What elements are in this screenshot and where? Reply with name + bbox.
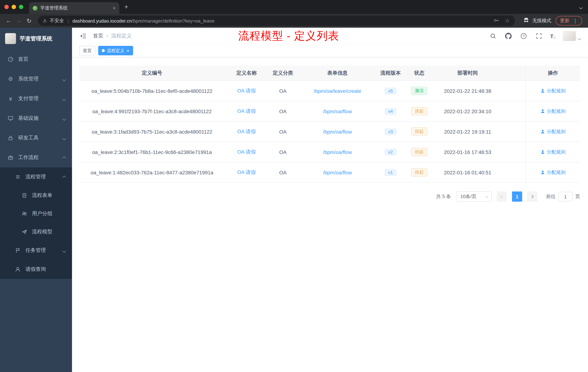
github-icon[interactable] [504,32,512,40]
form-link[interactable]: /bpm/oa/leave/create [314,88,361,94]
goto-page-input[interactable] [558,192,573,201]
search-icon[interactable] [489,32,497,40]
user-menu[interactable] [563,31,581,41]
lock-icon [7,135,14,141]
version-tag: v5 [385,88,396,94]
svg-text:?: ? [523,34,525,38]
sidebar-collapse-icon[interactable] [79,32,87,40]
current-page-button[interactable]: 1 [512,191,522,202]
cell-deploy-time: 2022-01-16 17:46:53 [435,149,500,155]
url-host: dashboard.yudao.iocoder.cn [72,18,132,23]
app-title: 芋道管理系统 [20,35,52,42]
definition-name-link[interactable]: OA 请假 [237,128,256,135]
incognito-label: 无痕模式 [532,17,551,24]
sidebar-item-leave-query[interactable]: 请假查询 [0,260,72,279]
chevron-up-icon [63,155,65,161]
next-page-button[interactable] [527,191,537,202]
sidebar-item-dev-tools[interactable]: 研发工具 [0,128,72,148]
address-bar[interactable]: ⚠ 不安全 | dashboard.yudao.iocoder.cn/bpm/m… [38,16,515,26]
assign-rule-button[interactable]: 分配规则 [540,149,566,155]
table-header-row: 定义编号 定义名称 定义分类 表单信息 流程版本 状态 部署时间 操作 [79,66,580,81]
form-link[interactable]: /bpm/oa/flow [323,129,352,134]
paper-plane-icon [21,229,28,235]
cell-category: OA [268,169,297,175]
tag-close-icon[interactable]: × [126,48,129,53]
browser-update-button[interactable]: 更新 ⋮ [556,16,582,25]
cell-deploy-time: 2022-01-16 01:40:51 [435,169,500,175]
status-badge: 挂起 [411,107,427,115]
security-label[interactable]: 不安全 [50,17,64,24]
sidebar-item-infrastructure[interactable]: 基础设施 [0,109,72,128]
sidebar-item-payment[interactable]: ¥ 支付管理 [0,89,72,109]
back-button[interactable]: ← [4,16,14,26]
tab-search-icon[interactable] [580,4,582,10]
sidebar-item-task-management[interactable]: 任务管理 [0,241,72,260]
flag-icon [15,247,21,254]
sidebar-item-process-management[interactable]: 流程管理 [0,167,72,186]
tag-home[interactable]: 首页 [79,46,95,55]
definition-name-link[interactable]: OA 请假 [237,88,256,94]
assign-rule-button[interactable]: 分配规则 [540,128,566,135]
definition-name-link[interactable]: OA 请假 [237,169,256,176]
gear-icon: ⚙ [7,76,14,82]
definition-name-link[interactable]: OA 请假 [237,149,256,155]
col-form-info: 表单信息 [297,70,378,76]
table-row: oa_leave:4:991f2193-7b7f-11ec-a3c8-acde4… [79,101,580,121]
tag-process-definition[interactable]: 流程定义 × [98,46,133,55]
users-icon [21,210,28,217]
chevron-down-icon [63,115,65,121]
reload-button[interactable]: ↻ [24,16,34,26]
cell-deploy-time: 2022-01-22 21:48:38 [435,88,500,94]
col-deploy-time: 部署时间 [435,70,500,76]
sidebar-logo[interactable]: 芋道管理系统 [0,28,72,50]
prev-page-button[interactable] [497,191,507,202]
sidebar-item-process-model[interactable]: 流程模型 [0,223,72,241]
help-icon[interactable]: ? [520,32,528,40]
assign-rule-button[interactable]: 分配规则 [540,169,566,176]
chevron-down-icon [63,76,65,82]
new-tab-button[interactable]: + [124,3,128,11]
sidebar-item-workflow[interactable]: 工作流程 [0,148,72,167]
assign-rule-button[interactable]: 分配规则 [540,88,566,94]
col-definition-name: 定义名称 [225,70,268,76]
form-link[interactable]: /bpm/oa/flow [323,108,352,114]
bookmark-star-icon[interactable]: ☆ [505,17,510,24]
form-link[interactable]: /bpm/oa/flow [323,169,352,175]
fullscreen-icon[interactable] [535,32,543,40]
sidebar-item-process-form[interactable]: 流程表单 [0,186,72,205]
screen: 芋道管理系统 × + ← → ↻ ⚠ 不安全 | dashboard.yudao… [0,0,588,372]
not-secure-warning-icon: ⚠ [43,18,47,23]
window-minimize-button[interactable] [12,5,16,9]
cell-category: OA [268,108,297,114]
definition-name-link[interactable]: OA 请假 [237,108,256,114]
document-icon [21,192,28,199]
total-count: 共 5 条 [436,193,451,200]
browser-toolbar: ← → ↻ ⚠ 不安全 | dashboard.yudao.iocoder.cn… [0,14,588,28]
monitor-icon [7,115,14,121]
cell-id: oa_leave:3:1fad3d93-7b75-11ec-a3c8-acde4… [79,129,225,134]
breadcrumb-home[interactable]: 首页 [93,33,103,39]
cell-category: OA [268,149,297,155]
page-unit-label: 页 [575,193,580,200]
sidebar-item-user-group[interactable]: 用户分组 [0,205,72,223]
window-zoom-button[interactable] [19,5,23,9]
forward-button[interactable]: → [14,16,24,26]
browser-tab-strip: 芋道管理系统 × + [0,0,588,14]
sidebar-item-system[interactable]: ⚙ 系统管理 [0,69,72,89]
key-icon[interactable] [493,17,499,24]
tab-close-icon[interactable]: × [113,5,116,11]
font-size-icon[interactable]: T↕ [550,33,556,39]
col-status: 状态 [404,70,435,76]
form-link[interactable]: /bpm/oa/flow [323,149,352,155]
cell-category: OA [268,88,297,94]
sidebar-item-home[interactable]: 首页 [0,50,72,69]
assign-rule-button[interactable]: 分配规则 [540,108,566,114]
chevron-down-icon [63,248,65,253]
window-close-button[interactable] [4,5,9,9]
user-avatar[interactable] [563,31,576,41]
page-size-select[interactable]: 10条/页 [457,191,492,202]
incognito-badge: 无痕模式 [523,17,551,25]
browser-menu-icon[interactable]: ⋮ [573,18,578,24]
annotation-title: 流程模型 - 定义列表 [238,29,339,44]
browser-tab[interactable]: 芋道管理系统 × [29,2,119,14]
